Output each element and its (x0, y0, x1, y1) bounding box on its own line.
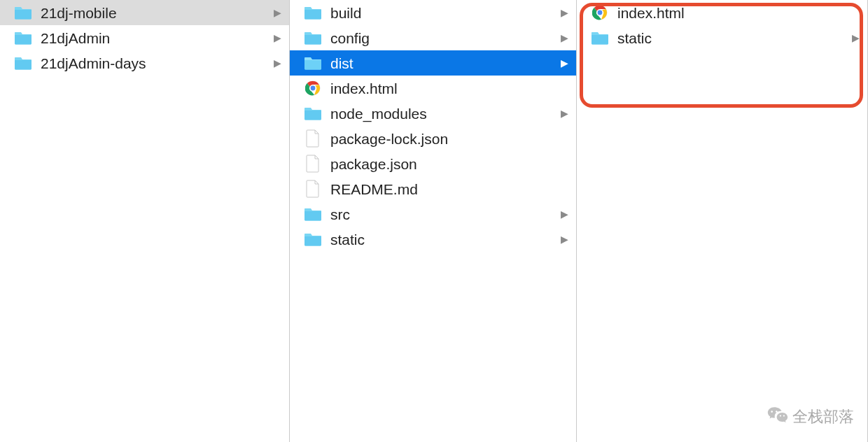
folder-icon (591, 29, 609, 47)
folder-row-config[interactable]: config ▶ (290, 25, 576, 50)
folder-label: static (330, 232, 561, 247)
chevron-right-icon: ▶ (561, 32, 570, 43)
file-row-package-lock-json[interactable]: package-lock.json (290, 126, 576, 151)
file-icon (304, 180, 322, 198)
folder-row-21djAdmin-days[interactable]: 21djAdmin-days ▶ (0, 50, 289, 76)
folder-label: node_modules (330, 106, 561, 121)
chevron-right-icon: ▶ (561, 57, 570, 69)
chrome-icon (304, 79, 322, 97)
folder-icon (14, 29, 32, 47)
folder-open-icon (304, 54, 322, 72)
file-label: index.html (617, 6, 862, 20)
folder-icon (304, 230, 322, 248)
column-1: 21dj-mobile ▶ 21djAdmin ▶ 21djAdmin-days… (0, 0, 290, 442)
folder-label: dist (330, 56, 561, 71)
file-row-index-html[interactable]: index.html (290, 76, 576, 101)
file-label: package.json (330, 157, 570, 171)
folder-row-node-modules[interactable]: node_modules ▶ (290, 101, 576, 126)
file-icon (304, 129, 322, 148)
folder-row-static[interactable]: static ▶ (290, 227, 576, 252)
folder-label: src (330, 207, 561, 222)
folder-row-21djAdmin[interactable]: 21djAdmin ▶ (0, 25, 289, 50)
file-label: index.html (330, 81, 570, 96)
folder-label: build (330, 6, 561, 20)
folder-icon (304, 205, 322, 223)
chevron-right-icon: ▶ (561, 234, 570, 245)
folder-label: 21dj-mobile (41, 6, 274, 20)
folder-row-src[interactable]: src ▶ (290, 201, 576, 227)
folder-label: 21djAdmin-days (41, 56, 274, 71)
folder-icon (14, 54, 32, 72)
chevron-right-icon: ▶ (561, 7, 570, 18)
folder-label: 21djAdmin (41, 31, 274, 45)
file-row-index-html[interactable]: index.html (577, 0, 867, 25)
folder-icon (304, 104, 322, 122)
column-3: index.html static ▶ (577, 0, 868, 442)
file-row-readme-md[interactable]: README.md (290, 176, 576, 201)
chevron-right-icon: ▶ (274, 57, 284, 69)
chevron-right-icon: ▶ (274, 7, 284, 18)
finder-column-view: 21dj-mobile ▶ 21djAdmin ▶ 21djAdmin-days… (0, 0, 868, 442)
file-label: README.md (330, 182, 570, 197)
chevron-right-icon: ▶ (561, 208, 570, 220)
file-label: package-lock.json (330, 131, 570, 146)
chevron-right-icon: ▶ (852, 32, 862, 43)
folder-icon (304, 29, 322, 47)
column-2: build ▶ config ▶ dist ▶ index.html node_… (290, 0, 577, 442)
folder-row-dist[interactable]: dist ▶ (290, 50, 576, 76)
chevron-right-icon: ▶ (274, 32, 284, 43)
folder-icon (304, 3, 322, 22)
folder-icon (14, 3, 32, 22)
folder-label: static (617, 31, 852, 45)
folder-row-static[interactable]: static ▶ (577, 25, 867, 50)
folder-row-21dj-mobile[interactable]: 21dj-mobile ▶ (0, 0, 289, 25)
chrome-icon (591, 3, 609, 22)
file-icon (304, 155, 322, 173)
folder-label: config (330, 31, 561, 45)
chevron-right-icon: ▶ (561, 108, 570, 119)
file-row-package-json[interactable]: package.json (290, 151, 576, 176)
folder-row-build[interactable]: build ▶ (290, 0, 576, 25)
